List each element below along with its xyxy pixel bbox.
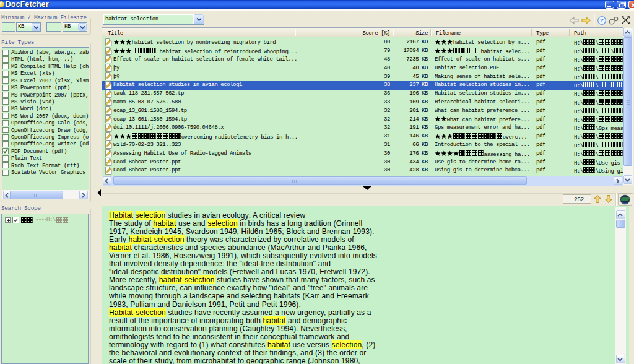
svg-text:?: ?: [600, 17, 604, 24]
